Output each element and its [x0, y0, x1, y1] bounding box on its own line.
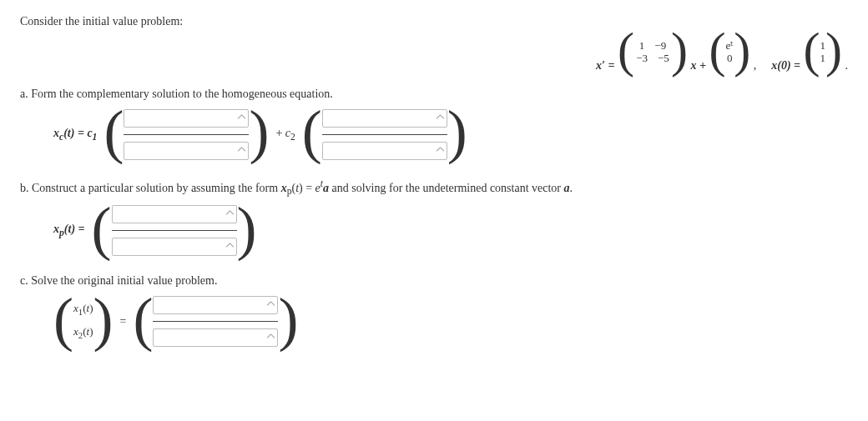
part-b-row2[interactable] — [112, 238, 237, 256]
part-a-vec1-row2[interactable] — [124, 142, 249, 160]
f1: eᵗ — [725, 40, 734, 52]
part-a-lhs: xc(t) = c1 — [53, 127, 97, 143]
f2: 0 — [727, 53, 733, 64]
part-a-vec2-row2[interactable] — [322, 142, 447, 160]
part-c-x1-label: x1(t) — [73, 303, 93, 318]
m22: −5 — [658, 53, 669, 64]
part-c-equals: = — [119, 315, 126, 328]
m11: 1 — [639, 40, 645, 52]
eqn-between1: x + — [690, 59, 705, 72]
vector-divider — [124, 134, 249, 135]
part-a-vec2-row1[interactable] — [322, 109, 447, 128]
part-a-prompt: a. Form the complementary solution to th… — [20, 88, 848, 101]
eqn-lhs: x′ = — [596, 59, 614, 72]
main-equation: x′ = ( 1 −9 −3 −5 ) x + ( eᵗ 0 ) — [20, 40, 848, 73]
part-c-row2[interactable] — [153, 328, 278, 347]
ic-lhs: x(0) = — [771, 59, 800, 72]
eqn-period: . — [845, 59, 849, 72]
part-a-mid: + c2 — [275, 127, 295, 143]
m12: −9 — [654, 40, 666, 52]
vector-divider — [112, 230, 237, 231]
eqn-comma: , — [754, 59, 757, 72]
vector-divider — [322, 134, 447, 135]
vector-divider — [153, 321, 278, 322]
part-b-row1[interactable] — [112, 205, 237, 223]
part-c-row1[interactable] — [153, 296, 278, 314]
part-b-prompt: b. Construct a particular solution by as… — [20, 178, 848, 197]
m21: −3 — [636, 53, 648, 64]
part-c-x2-label: x2(t) — [73, 326, 93, 341]
part-a-vec1-row1[interactable] — [124, 109, 249, 128]
part-b-lhs: xp(t) = — [53, 223, 85, 238]
